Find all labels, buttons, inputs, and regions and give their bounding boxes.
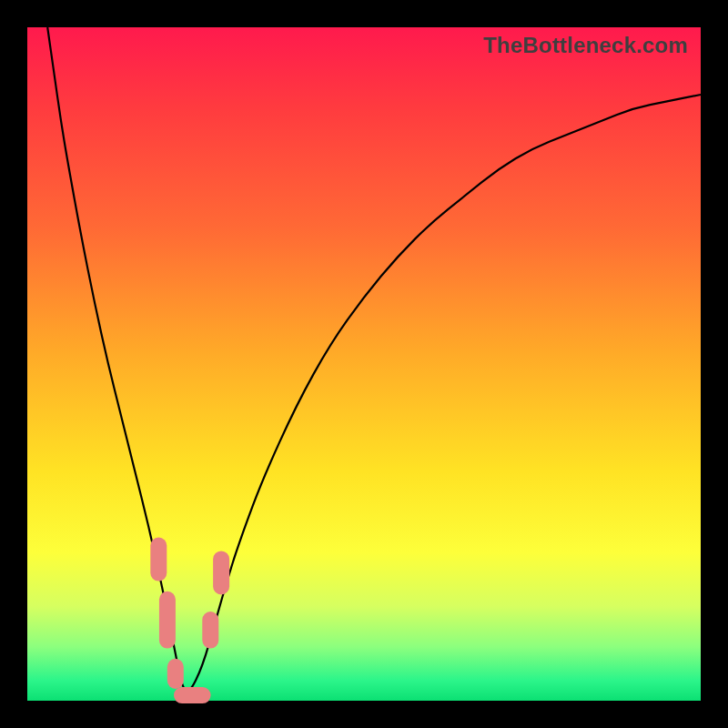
- data-marker: [159, 592, 176, 649]
- bottleneck-curve: [47, 27, 701, 692]
- chart-plot-area: TheBottleneck.com: [27, 27, 701, 701]
- watermark-text: TheBottleneck.com: [483, 33, 688, 58]
- data-marker: [167, 659, 184, 689]
- chart-svg: [27, 27, 701, 701]
- data-marker: [174, 687, 211, 703]
- chart-frame: TheBottleneck.com: [0, 0, 728, 728]
- marker-group: [150, 538, 229, 703]
- data-marker: [150, 538, 167, 581]
- data-marker: [202, 612, 218, 649]
- data-marker: [213, 551, 229, 594]
